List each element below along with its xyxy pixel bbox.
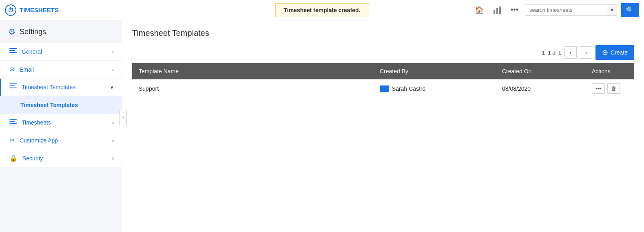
cell-created-by: Sarah Castro — [373, 79, 496, 98]
svg-rect-10 — [9, 121, 15, 122]
page-title: Timesheet Templates — [132, 28, 634, 38]
timesheet-templates-label: Timesheet Templates — [22, 84, 110, 90]
customize-app-label: Customize App — [20, 137, 112, 144]
app-title-label: TIMESHEETS — [20, 7, 59, 13]
svg-rect-4 — [9, 50, 15, 51]
row-delete-button[interactable]: 🗑 — [607, 83, 620, 94]
col-actions: Actions — [585, 63, 634, 79]
email-chevron: › — [112, 67, 114, 72]
security-icon: 🔒 — [9, 154, 18, 162]
search-dropdown-button[interactable]: ▾ — [607, 4, 617, 15]
top-bar: ⏱ TIMESHEETS Timesheet template created.… — [0, 0, 644, 20]
toast-container: Timesheet template created. — [275, 3, 369, 17]
create-button[interactable]: ⊕ Create — [595, 45, 634, 60]
sidebar-item-email[interactable]: ✉ Email › — [0, 61, 122, 78]
security-chevron: › — [112, 155, 114, 161]
submenu-item-timesheet-templates[interactable]: Timesheet Templates — [0, 98, 122, 112]
templates-table: Template Name Created By Created On Acti… — [132, 63, 634, 98]
svg-rect-6 — [9, 83, 17, 84]
sidebar: ⚙ Settings General › ✉ Email › Timesheet… — [0, 20, 122, 232]
timesheets-icon — [9, 119, 17, 126]
timesheet-templates-icon — [9, 83, 17, 91]
more-button[interactable]: ••• — [508, 4, 521, 16]
pagination-info: 1–1 of 1 — [542, 50, 561, 56]
col-template-name: Template Name — [132, 63, 373, 79]
cell-created-on: 08/08/2020 — [496, 79, 585, 98]
svg-rect-11 — [9, 123, 17, 124]
table-row: Support Sarah Castro 08/08/2020 ••• 🗑 — [132, 79, 634, 98]
toolbar-row: 1–1 of 1 ‹ › ⊕ Create — [122, 42, 644, 63]
created-by-name: Sarah Castro — [392, 85, 425, 92]
chart-button[interactable] — [490, 4, 504, 16]
sidebar-collapse-button[interactable]: ‹ — [120, 110, 127, 126]
timesheet-templates-submenu: Timesheet Templates — [0, 96, 122, 114]
app-icon: ⏱ — [5, 4, 16, 16]
col-created-on: Created On — [496, 63, 585, 79]
general-label: General — [22, 48, 112, 55]
svg-rect-8 — [9, 88, 17, 88]
search-input[interactable] — [525, 4, 607, 15]
svg-rect-3 — [9, 48, 17, 49]
svg-rect-7 — [9, 85, 15, 86]
sidebar-item-timesheet-templates[interactable]: Timesheet Templates ∨ — [0, 79, 122, 96]
sidebar-item-customize-app[interactable]: ✂ Customize App › — [0, 131, 122, 149]
main-layout: ⚙ Settings General › ✉ Email › Timesheet… — [0, 20, 644, 232]
sidebar-item-security[interactable]: 🔒 Security › — [0, 149, 122, 167]
user-avatar — [380, 85, 389, 92]
settings-header: ⚙ Settings — [0, 20, 122, 43]
customize-app-chevron: › — [112, 138, 114, 143]
settings-label: Settings — [20, 28, 46, 36]
svg-rect-0 — [494, 10, 495, 14]
row-more-button[interactable]: ••• — [592, 83, 605, 94]
security-label: Security — [22, 155, 112, 162]
content-area: Timesheet Templates 1–1 of 1 ‹ › ⊕ Creat… — [122, 20, 644, 232]
timesheets-label: Timesheets — [22, 119, 112, 126]
general-icon — [9, 48, 17, 55]
timesheet-templates-chevron: ∨ — [110, 84, 114, 90]
customize-app-icon: ✂ — [9, 136, 15, 144]
page-title-bar: Timesheet Templates — [122, 20, 644, 42]
settings-icon: ⚙ — [8, 27, 15, 37]
general-chevron: › — [112, 49, 114, 55]
email-icon: ✉ — [9, 66, 15, 73]
search-container: ▾ — [525, 4, 617, 16]
pagination-next-button[interactable]: › — [580, 46, 592, 59]
toast-message: Timesheet template created. — [275, 3, 369, 17]
table-container: Template Name Created By Created On Acti… — [122, 63, 644, 232]
top-bar-right: 🏠 ••• ▾ 🔍 — [472, 3, 639, 17]
create-label: Create — [611, 49, 628, 56]
timesheets-chevron: › — [112, 120, 114, 125]
search-go-button[interactable]: 🔍 — [621, 3, 639, 17]
svg-rect-2 — [499, 7, 501, 14]
email-label: Email — [20, 66, 112, 73]
sidebar-item-timesheets[interactable]: Timesheets › — [0, 114, 122, 131]
svg-rect-9 — [9, 119, 17, 120]
cell-actions: ••• 🗑 — [585, 79, 634, 98]
home-button[interactable]: 🏠 — [472, 4, 486, 16]
sidebar-item-general[interactable]: General › — [0, 43, 122, 60]
create-icon: ⊕ — [602, 48, 608, 57]
app-title: ⏱ TIMESHEETS — [5, 4, 59, 16]
svg-rect-1 — [496, 8, 498, 14]
col-created-by: Created By — [373, 63, 496, 79]
cell-template-name: Support — [132, 79, 373, 98]
table-header-row: Template Name Created By Created On Acti… — [132, 63, 634, 79]
svg-rect-5 — [9, 52, 17, 53]
pagination-prev-button[interactable]: ‹ — [564, 46, 577, 59]
